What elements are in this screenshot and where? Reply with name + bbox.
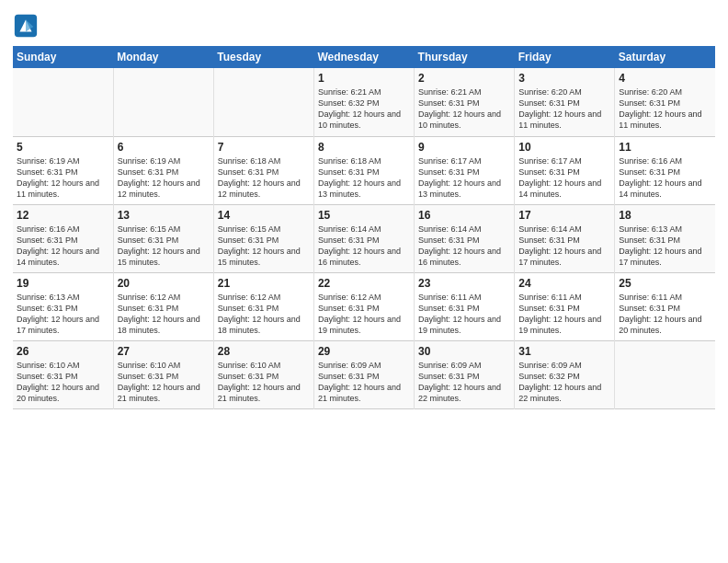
day-number: 21 <box>218 277 310 290</box>
day-number: 22 <box>318 277 410 290</box>
day-info: Sunrise: 6:12 AM Sunset: 6:31 PM Dayligh… <box>318 292 410 337</box>
calendar-cell: 8Sunrise: 6:18 AM Sunset: 6:31 PM Daylig… <box>313 136 414 204</box>
calendar-cell: 22Sunrise: 6:12 AM Sunset: 6:31 PM Dayli… <box>313 272 414 340</box>
day-number: 13 <box>118 209 210 222</box>
day-info: Sunrise: 6:20 AM Sunset: 6:31 PM Dayligh… <box>518 86 610 132</box>
calendar-cell <box>13 68 113 136</box>
calendar-cell: 30Sunrise: 6:09 AM Sunset: 6:31 PM Dayli… <box>415 340 515 408</box>
calendar-cell: 11Sunrise: 6:16 AM Sunset: 6:31 PM Dayli… <box>615 136 715 204</box>
calendar-table: SundayMondayTuesdayWednesdayThursdayFrid… <box>13 46 715 409</box>
calendar-cell: 31Sunrise: 6:09 AM Sunset: 6:32 PM Dayli… <box>515 340 615 408</box>
day-number: 3 <box>518 72 610 85</box>
calendar-cell: 26Sunrise: 6:10 AM Sunset: 6:31 PM Dayli… <box>13 340 113 408</box>
logo <box>13 13 40 39</box>
day-number: 6 <box>118 141 210 154</box>
day-number: 29 <box>318 345 410 358</box>
day-info: Sunrise: 6:11 AM Sunset: 6:31 PM Dayligh… <box>418 292 510 337</box>
day-info: Sunrise: 6:19 AM Sunset: 6:31 PM Dayligh… <box>118 155 210 201</box>
calendar-cell <box>615 340 715 408</box>
day-number: 15 <box>318 209 410 222</box>
day-info: Sunrise: 6:13 AM Sunset: 6:31 PM Dayligh… <box>619 224 711 269</box>
day-number: 19 <box>17 277 109 290</box>
calendar-cell: 3Sunrise: 6:20 AM Sunset: 6:31 PM Daylig… <box>515 68 615 136</box>
calendar-cell: 7Sunrise: 6:18 AM Sunset: 6:31 PM Daylig… <box>213 136 313 204</box>
day-info: Sunrise: 6:17 AM Sunset: 6:31 PM Dayligh… <box>418 155 510 201</box>
calendar-cell: 27Sunrise: 6:10 AM Sunset: 6:31 PM Dayli… <box>113 340 213 408</box>
day-info: Sunrise: 6:09 AM Sunset: 6:31 PM Dayligh… <box>318 360 410 405</box>
day-number: 4 <box>619 72 711 85</box>
day-number: 25 <box>619 277 711 290</box>
day-number: 16 <box>418 209 510 222</box>
weekday-header-thursday: Thursday <box>415 46 515 68</box>
calendar-cell: 21Sunrise: 6:12 AM Sunset: 6:31 PM Dayli… <box>213 272 313 340</box>
day-info: Sunrise: 6:11 AM Sunset: 6:31 PM Dayligh… <box>518 292 610 337</box>
weekday-header-wednesday: Wednesday <box>313 46 414 68</box>
day-info: Sunrise: 6:21 AM Sunset: 6:31 PM Dayligh… <box>418 86 510 132</box>
calendar-cell: 4Sunrise: 6:20 AM Sunset: 6:31 PM Daylig… <box>615 68 715 136</box>
calendar-cell: 28Sunrise: 6:10 AM Sunset: 6:31 PM Dayli… <box>213 340 313 408</box>
header <box>13 9 715 39</box>
page-container: SundayMondayTuesdayWednesdayThursdayFrid… <box>0 0 728 419</box>
weekday-header-row: SundayMondayTuesdayWednesdayThursdayFrid… <box>13 46 715 68</box>
day-number: 1 <box>318 72 410 85</box>
day-info: Sunrise: 6:09 AM Sunset: 6:32 PM Dayligh… <box>518 360 610 405</box>
day-info: Sunrise: 6:14 AM Sunset: 6:31 PM Dayligh… <box>518 224 610 269</box>
day-number: 30 <box>418 345 510 358</box>
calendar-header: SundayMondayTuesdayWednesdayThursdayFrid… <box>13 46 715 68</box>
day-number: 12 <box>17 209 109 222</box>
day-number: 11 <box>619 141 711 154</box>
weekday-header-sunday: Sunday <box>13 46 113 68</box>
day-info: Sunrise: 6:18 AM Sunset: 6:31 PM Dayligh… <box>318 155 410 201</box>
day-info: Sunrise: 6:14 AM Sunset: 6:31 PM Dayligh… <box>318 224 410 269</box>
calendar-week-row: 5Sunrise: 6:19 AM Sunset: 6:31 PM Daylig… <box>13 136 715 204</box>
calendar-cell: 18Sunrise: 6:13 AM Sunset: 6:31 PM Dayli… <box>615 204 715 272</box>
calendar-cell: 19Sunrise: 6:13 AM Sunset: 6:31 PM Dayli… <box>13 272 113 340</box>
day-number: 9 <box>418 141 510 154</box>
day-number: 14 <box>218 209 310 222</box>
calendar-cell: 20Sunrise: 6:12 AM Sunset: 6:31 PM Dayli… <box>113 272 213 340</box>
day-number: 10 <box>518 141 610 154</box>
day-info: Sunrise: 6:12 AM Sunset: 6:31 PM Dayligh… <box>118 292 210 337</box>
calendar-cell: 13Sunrise: 6:15 AM Sunset: 6:31 PM Dayli… <box>113 204 213 272</box>
day-number: 28 <box>218 345 310 358</box>
day-info: Sunrise: 6:13 AM Sunset: 6:31 PM Dayligh… <box>17 292 109 337</box>
calendar-cell: 24Sunrise: 6:11 AM Sunset: 6:31 PM Dayli… <box>515 272 615 340</box>
day-number: 20 <box>118 277 210 290</box>
calendar-cell: 10Sunrise: 6:17 AM Sunset: 6:31 PM Dayli… <box>515 136 615 204</box>
calendar-week-row: 1Sunrise: 6:21 AM Sunset: 6:32 PM Daylig… <box>13 68 715 136</box>
calendar-cell: 6Sunrise: 6:19 AM Sunset: 6:31 PM Daylig… <box>113 136 213 204</box>
calendar-cell: 16Sunrise: 6:14 AM Sunset: 6:31 PM Dayli… <box>415 204 515 272</box>
day-info: Sunrise: 6:11 AM Sunset: 6:31 PM Dayligh… <box>619 292 711 337</box>
calendar-cell: 29Sunrise: 6:09 AM Sunset: 6:31 PM Dayli… <box>313 340 414 408</box>
day-number: 8 <box>318 141 410 154</box>
calendar-body: 1Sunrise: 6:21 AM Sunset: 6:32 PM Daylig… <box>13 68 715 408</box>
day-number: 27 <box>118 345 210 358</box>
day-info: Sunrise: 6:17 AM Sunset: 6:31 PM Dayligh… <box>518 155 610 201</box>
calendar-cell: 12Sunrise: 6:16 AM Sunset: 6:31 PM Dayli… <box>13 204 113 272</box>
day-info: Sunrise: 6:10 AM Sunset: 6:31 PM Dayligh… <box>17 360 109 405</box>
day-info: Sunrise: 6:21 AM Sunset: 6:32 PM Dayligh… <box>318 86 410 132</box>
logo-icon <box>13 13 39 39</box>
day-info: Sunrise: 6:20 AM Sunset: 6:31 PM Dayligh… <box>619 86 711 132</box>
calendar-cell <box>113 68 213 136</box>
day-number: 18 <box>619 209 711 222</box>
calendar-week-row: 19Sunrise: 6:13 AM Sunset: 6:31 PM Dayli… <box>13 272 715 340</box>
day-info: Sunrise: 6:10 AM Sunset: 6:31 PM Dayligh… <box>218 360 310 405</box>
calendar-cell: 1Sunrise: 6:21 AM Sunset: 6:32 PM Daylig… <box>313 68 414 136</box>
weekday-header-monday: Monday <box>113 46 213 68</box>
calendar-cell: 23Sunrise: 6:11 AM Sunset: 6:31 PM Dayli… <box>415 272 515 340</box>
day-number: 31 <box>518 345 610 358</box>
calendar-cell: 17Sunrise: 6:14 AM Sunset: 6:31 PM Dayli… <box>515 204 615 272</box>
day-info: Sunrise: 6:15 AM Sunset: 6:31 PM Dayligh… <box>118 224 210 269</box>
day-info: Sunrise: 6:16 AM Sunset: 6:31 PM Dayligh… <box>619 155 711 201</box>
day-info: Sunrise: 6:19 AM Sunset: 6:31 PM Dayligh… <box>17 155 109 201</box>
calendar-cell: 2Sunrise: 6:21 AM Sunset: 6:31 PM Daylig… <box>415 68 515 136</box>
day-number: 26 <box>17 345 109 358</box>
day-info: Sunrise: 6:16 AM Sunset: 6:31 PM Dayligh… <box>17 224 109 269</box>
calendar-cell: 14Sunrise: 6:15 AM Sunset: 6:31 PM Dayli… <box>213 204 313 272</box>
day-info: Sunrise: 6:18 AM Sunset: 6:31 PM Dayligh… <box>218 155 310 201</box>
weekday-header-tuesday: Tuesday <box>213 46 313 68</box>
day-info: Sunrise: 6:12 AM Sunset: 6:31 PM Dayligh… <box>218 292 310 337</box>
day-number: 24 <box>518 277 610 290</box>
calendar-week-row: 12Sunrise: 6:16 AM Sunset: 6:31 PM Dayli… <box>13 204 715 272</box>
